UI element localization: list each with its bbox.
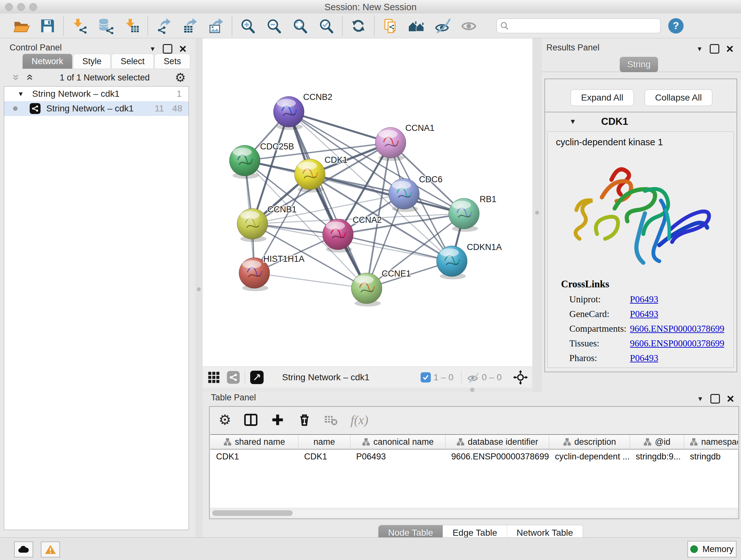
help-button[interactable]: ?: [668, 18, 684, 34]
column-header-description[interactable]: description: [549, 435, 630, 449]
column-header-name[interactable]: name: [298, 435, 350, 449]
table-row[interactable]: CDK1CDK1P064939606.ENSP00000378699cyclin…: [210, 449, 738, 463]
node-label: CCNB1: [267, 205, 297, 214]
tab-sets[interactable]: Sets: [154, 54, 190, 69]
table-options-gear-icon[interactable]: ⚙: [219, 413, 231, 427]
export-table-button[interactable]: [177, 15, 203, 37]
save-session-button[interactable]: [35, 15, 61, 37]
column-header-canonical-name[interactable]: canonical name: [350, 435, 446, 449]
panel-menu-icon[interactable]: ▼: [697, 395, 703, 402]
right-splitter[interactable]: [532, 38, 542, 392]
results-entry-header[interactable]: ▼ CDK1: [545, 112, 737, 131]
cloud-icon: [17, 545, 30, 554]
column-header-shared-name[interactable]: shared name: [210, 435, 298, 449]
entry-expander-icon[interactable]: ▼: [569, 118, 576, 126]
table-cell[interactable]: 9606.ENSP00000378699: [446, 449, 549, 463]
hide-selected-button[interactable]: [429, 15, 456, 37]
results-tab-string[interactable]: String: [620, 57, 658, 72]
left-splitter[interactable]: [195, 38, 203, 537]
crosslink-label: Tissues:: [569, 338, 630, 349]
network-type-icon[interactable]: [227, 371, 240, 384]
column-header-namespac[interactable]: namespac: [684, 435, 738, 449]
table-cell[interactable]: stringdb:9...: [630, 449, 684, 463]
column-header--id[interactable]: @id: [630, 435, 684, 449]
node-label: CDK1: [325, 155, 347, 165]
tab-network[interactable]: Network: [22, 54, 72, 69]
application-window: Session: New Session: [0, 0, 741, 560]
crosslink-link[interactable]: P06493: [630, 294, 658, 305]
panel-close-icon[interactable]: [179, 45, 186, 52]
delete-column-icon[interactable]: [297, 413, 312, 427]
network-graph: CCNB2CCNA1CDC25BCDK1CDC6RB1CCNB1CCNA2CDK…: [203, 38, 532, 367]
zoom-fit-button[interactable]: [287, 15, 313, 37]
zoom-out-button[interactable]: [261, 15, 287, 37]
table-cell[interactable]: P06493: [350, 449, 446, 463]
crosslink-link[interactable]: P06493: [630, 353, 658, 363]
crosslink-link[interactable]: 9606.ENSP00000378699: [630, 323, 724, 334]
network-collection-row[interactable]: ▼ String Network – cdk1 1: [4, 86, 189, 101]
collapse-all-button[interactable]: Collapse All: [645, 89, 712, 106]
panel-float-icon[interactable]: [711, 394, 720, 403]
crosslink-row: Tissues:9606.ENSP00000378699: [548, 336, 733, 351]
scrollbar-thumb[interactable]: [212, 510, 293, 516]
network-options-gear-icon[interactable]: ⚙: [175, 71, 186, 84]
title-bar: Session: New Session: [0, 0, 741, 14]
selected-checkbox-icon[interactable]: [421, 372, 431, 382]
export-network-button[interactable]: [151, 15, 177, 37]
crosslink-link[interactable]: 9606.ENSP00000378699: [630, 338, 724, 349]
table-header-row: shared namenamecanonical namedatabase id…: [210, 435, 738, 449]
table-cell[interactable]: CDK1: [210, 449, 298, 463]
table-cell[interactable]: CDK1: [298, 449, 350, 463]
clone-network-button[interactable]: [377, 15, 403, 37]
network-row[interactable]: String Network – cdk1 11 48: [4, 101, 189, 116]
export-image-button[interactable]: [203, 15, 229, 37]
import-table-button[interactable]: [119, 15, 145, 37]
network-edge[interactable]: [289, 112, 391, 143]
grid-view-icon[interactable]: [208, 371, 220, 383]
search-input[interactable]: [509, 20, 657, 31]
expand-all-button[interactable]: Expand All: [570, 89, 634, 106]
import-table-icon: [123, 17, 141, 35]
network-edge[interactable]: [338, 234, 452, 261]
table-horizontal-scrollbar[interactable]: [210, 509, 737, 516]
tree-column-icon: [223, 438, 232, 446]
network-canvas[interactable]: CCNB2CCNA1CDC25BCDK1CDC6RB1CCNB1CCNA2CDK…: [203, 38, 532, 367]
show-columns-icon[interactable]: [244, 413, 258, 427]
refresh-button[interactable]: [345, 15, 372, 37]
panel-close-icon[interactable]: [726, 45, 733, 52]
column-header-database-identifier[interactable]: database identifier: [446, 435, 549, 449]
expand-all-icon[interactable]: [25, 73, 35, 82]
collection-expander-icon[interactable]: ▼: [17, 90, 24, 98]
pan-crosshair-icon[interactable]: [513, 370, 528, 385]
hidden-eye-slash-icon: [467, 371, 479, 384]
panel-float-icon[interactable]: [163, 44, 172, 54]
warning-status-button[interactable]: [41, 542, 60, 557]
crosslink-link[interactable]: P06493: [630, 309, 658, 319]
memory-button[interactable]: Memory: [687, 541, 737, 557]
first-neighbors-button[interactable]: [403, 15, 429, 37]
import-network-from-database-button[interactable]: [92, 15, 119, 37]
panel-menu-icon[interactable]: ▼: [696, 45, 703, 53]
collection-count: 1: [177, 89, 182, 99]
network-edge[interactable]: [254, 273, 367, 288]
add-column-icon[interactable]: [271, 413, 285, 427]
crosslinks-title: CrossLinks: [561, 278, 733, 290]
birds-eye-view-icon[interactable]: [250, 371, 264, 384]
import-network-from-file-button[interactable]: [66, 15, 92, 37]
horizontal-splitter[interactable]: [203, 388, 532, 392]
main-toolbar: ?: [0, 13, 741, 38]
crosslink-row: Uniprot:P06493: [548, 292, 733, 307]
panel-menu-icon[interactable]: ▼: [149, 45, 156, 53]
table-cell[interactable]: stringdb: [684, 449, 738, 463]
panel-close-icon[interactable]: [727, 395, 734, 402]
panel-float-icon[interactable]: [710, 44, 719, 54]
open-session-button[interactable]: [8, 15, 35, 37]
table-cell[interactable]: cyclin-dependent ...: [549, 449, 630, 463]
cloud-status-button[interactable]: [14, 542, 33, 557]
show-all-button[interactable]: [456, 15, 482, 37]
zoom-in-button[interactable]: [235, 15, 261, 37]
collapse-all-icon[interactable]: [11, 73, 20, 82]
zoom-selected-button[interactable]: [313, 15, 340, 37]
tab-select[interactable]: Select: [111, 54, 154, 69]
tab-style[interactable]: Style: [73, 54, 111, 69]
